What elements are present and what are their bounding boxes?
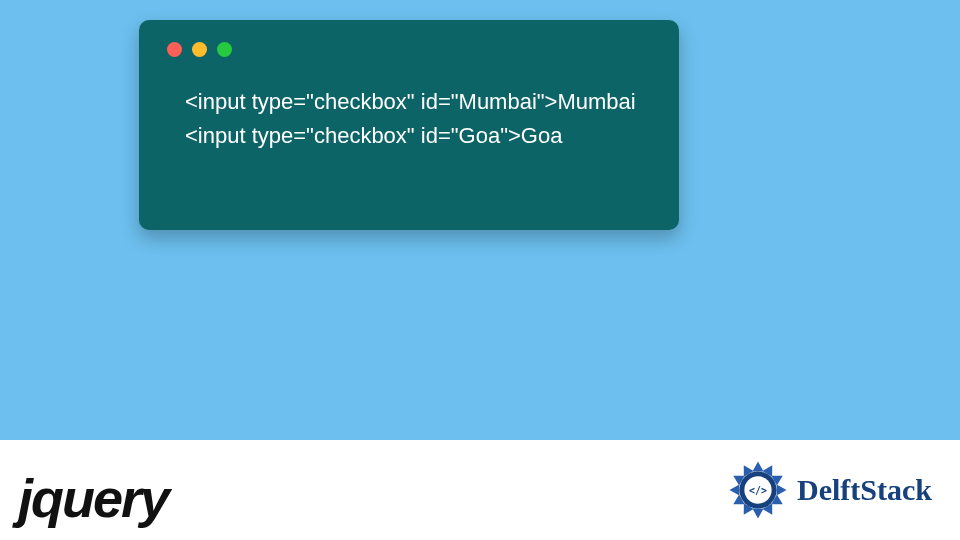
gear-icon: </> — [727, 459, 789, 521]
code-line: <input type="checkbox" id="Mumbai">Mumba… — [185, 85, 651, 119]
svg-marker-6 — [752, 509, 763, 519]
delftstack-logo-text: DelftStack — [797, 473, 932, 507]
jquery-logo-text: jQuery — [18, 467, 168, 529]
delftstack-logo: </> DelftStack — [727, 459, 932, 521]
close-icon — [167, 42, 182, 57]
svg-marker-0 — [752, 461, 763, 471]
maximize-icon — [217, 42, 232, 57]
svg-text:</>: </> — [749, 485, 767, 496]
code-line: <input type="checkbox" id="Goa">Goa — [185, 119, 651, 153]
code-block: <input type="checkbox" id="Mumbai">Mumba… — [167, 85, 651, 153]
footer-bar: jQuery — [0, 440, 960, 540]
svg-marker-3 — [777, 484, 787, 495]
code-snippet-card: <input type="checkbox" id="Mumbai">Mumba… — [139, 20, 679, 230]
svg-marker-9 — [729, 484, 739, 495]
minimize-icon — [192, 42, 207, 57]
window-controls — [167, 42, 651, 57]
jquery-logo: jQuery — [18, 467, 168, 529]
